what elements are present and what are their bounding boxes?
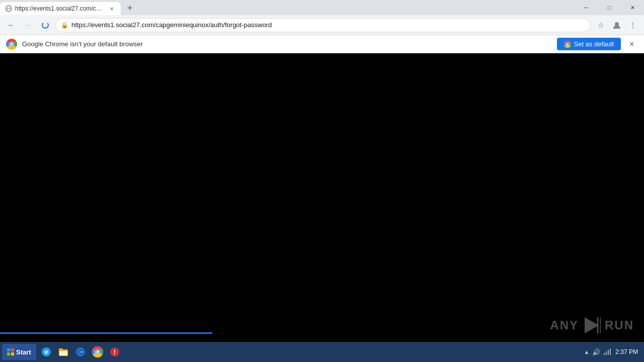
svg-rect-16 bbox=[11, 348, 14, 351]
svg-rect-36 bbox=[608, 350, 609, 355]
tab-favicon bbox=[5, 5, 12, 12]
svg-rect-18 bbox=[11, 352, 14, 355]
set-default-button[interactable]: Set as default bbox=[557, 38, 621, 50]
network-icon[interactable] bbox=[603, 348, 611, 356]
svg-rect-37 bbox=[610, 348, 611, 355]
lock-icon: 🔒 bbox=[61, 22, 68, 29]
ie-taskbar-icon[interactable]: e bbox=[38, 344, 54, 360]
titlebar-tabs: https://events1.social27.com/capge ✕ + bbox=[0, 0, 137, 15]
svg-rect-17 bbox=[7, 352, 10, 355]
svg-rect-34 bbox=[604, 353, 605, 355]
toolbar-icons: ☆ ⋮ bbox=[594, 18, 640, 32]
svg-text:e: e bbox=[44, 348, 48, 355]
loading-spinner bbox=[42, 22, 49, 29]
close-button[interactable]: ✕ bbox=[621, 0, 644, 15]
svg-rect-22 bbox=[59, 348, 63, 350]
page-content bbox=[0, 53, 644, 348]
show-hidden-icon[interactable]: ▲ bbox=[584, 349, 589, 355]
svg-point-27 bbox=[79, 351, 82, 353]
titlebar-controls: ─ □ ✕ bbox=[575, 0, 644, 15]
set-default-label: Set as default bbox=[574, 40, 614, 48]
media-taskbar-icon[interactable] bbox=[72, 344, 89, 360]
profile-button[interactable] bbox=[610, 18, 624, 32]
infobar-message: Google Chrome isn't your default browser bbox=[22, 40, 552, 48]
titlebar: https://events1.social27.com/capge ✕ + ─… bbox=[0, 0, 644, 15]
address-bar[interactable]: 🔒 https://events1.social27.com/capgemini… bbox=[55, 18, 591, 32]
menu-button[interactable]: ⋮ bbox=[626, 18, 640, 32]
new-tab-button[interactable]: + bbox=[123, 1, 137, 15]
maximize-button[interactable]: □ bbox=[598, 0, 621, 15]
forward-button[interactable]: → bbox=[21, 18, 35, 32]
taskbar-apps: e bbox=[38, 344, 123, 360]
explorer-taskbar-icon[interactable] bbox=[55, 344, 71, 360]
infobar: Google Chrome isn't your default browser… bbox=[0, 35, 644, 53]
svg-point-7 bbox=[11, 43, 13, 45]
chrome-logo-icon bbox=[6, 39, 17, 50]
svg-point-31 bbox=[96, 351, 99, 353]
taskbar: Start e bbox=[0, 342, 644, 362]
svg-rect-23 bbox=[59, 351, 67, 355]
clock-time: 2:37 PM bbox=[615, 348, 638, 355]
svg-rect-35 bbox=[606, 351, 607, 355]
svg-point-11 bbox=[567, 43, 568, 45]
start-button[interactable]: Start bbox=[2, 344, 36, 360]
taskbar-right: ▲ 🔊 2:37 PM bbox=[584, 348, 642, 356]
minimize-button[interactable]: ─ bbox=[575, 0, 598, 15]
tab-close-button[interactable]: ✕ bbox=[108, 5, 116, 13]
error-taskbar-icon[interactable]: ! bbox=[107, 344, 123, 360]
url-path: /capgeminiequinox/auth/forgot-password bbox=[154, 21, 272, 29]
reload-button[interactable] bbox=[38, 18, 52, 32]
system-tray: ▲ 🔊 bbox=[584, 348, 611, 356]
tab-title: https://events1.social27.com/capge bbox=[15, 5, 105, 12]
bookmark-button[interactable]: ☆ bbox=[594, 18, 608, 32]
url-host: https://events1.social27.com bbox=[71, 21, 154, 29]
chrome-taskbar-icon[interactable] bbox=[90, 344, 106, 360]
time-display[interactable]: 2:37 PM bbox=[615, 348, 638, 355]
omnibar: ← → 🔒 https://events1.social27.com/capge… bbox=[0, 15, 644, 35]
svg-text:!: ! bbox=[113, 348, 115, 356]
infobar-close-button[interactable]: × bbox=[626, 38, 638, 50]
back-button[interactable]: ← bbox=[4, 18, 18, 32]
start-label: Start bbox=[16, 348, 31, 356]
volume-icon[interactable]: 🔊 bbox=[592, 348, 600, 356]
svg-rect-15 bbox=[7, 348, 10, 351]
address-text: https://events1.social27.com/capgeminieq… bbox=[71, 21, 585, 29]
loading-progress bbox=[0, 332, 212, 334]
active-tab[interactable]: https://events1.social27.com/capge ✕ bbox=[0, 2, 121, 15]
